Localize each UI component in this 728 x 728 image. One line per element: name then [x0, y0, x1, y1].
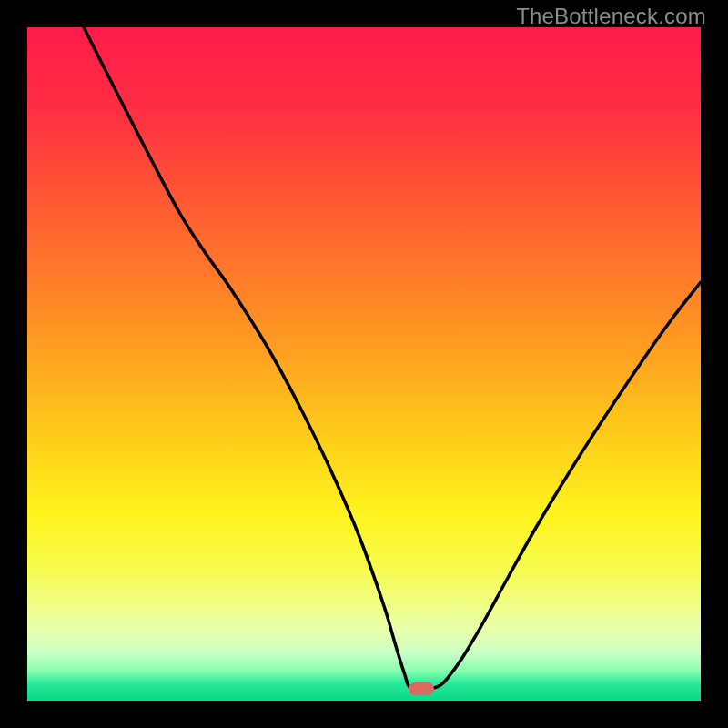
bottleneck-curve [27, 27, 701, 701]
plot-area [27, 27, 701, 701]
chart-frame: TheBottleneck.com [0, 0, 728, 728]
optimum-marker [409, 682, 434, 695]
watermark-text: TheBottleneck.com [516, 4, 706, 29]
